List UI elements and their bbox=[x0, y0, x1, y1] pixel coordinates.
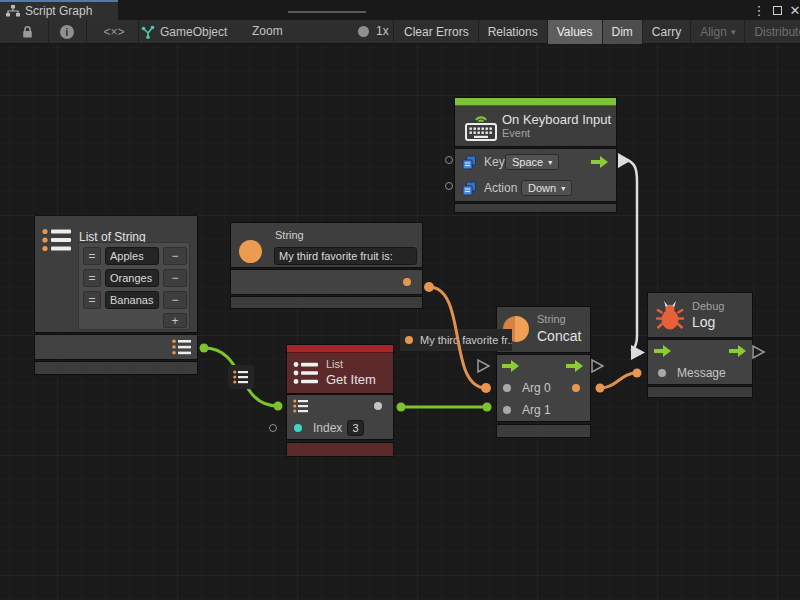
flow-input-port[interactable] bbox=[502, 360, 519, 372]
log-flow-out-triangle[interactable] bbox=[753, 346, 764, 358]
wire-endpoint[interactable] bbox=[596, 384, 605, 393]
index-label: Index bbox=[313, 421, 342, 435]
arg1-port-dot[interactable] bbox=[503, 406, 511, 414]
wire-endpoint[interactable] bbox=[274, 402, 283, 411]
message-port-dot[interactable] bbox=[658, 369, 666, 377]
string-value-input[interactable] bbox=[274, 247, 417, 265]
lock-button[interactable] bbox=[12, 20, 42, 44]
add-item-button[interactable]: + bbox=[163, 313, 187, 328]
remove-item-button[interactable]: − bbox=[163, 247, 187, 265]
dim-toggle[interactable]: Dim bbox=[603, 20, 643, 44]
string-output-port[interactable] bbox=[403, 278, 411, 286]
graph-toolbar: i <×> GameObject Zoom 1x Clear Errors Re… bbox=[0, 20, 800, 44]
wire-event-to-log-flow[interactable] bbox=[624, 159, 637, 351]
zoom-slider-handle[interactable] bbox=[358, 26, 369, 37]
relations-button[interactable]: Relations bbox=[479, 20, 548, 44]
node-title: String bbox=[275, 229, 304, 241]
get-item-index-port[interactable] bbox=[269, 424, 277, 432]
wire-endpoint[interactable] bbox=[397, 403, 406, 412]
list-item-input[interactable] bbox=[105, 269, 159, 287]
action-port-label: Action bbox=[484, 181, 517, 195]
arg0-port-dot[interactable] bbox=[503, 384, 511, 392]
flow-wire-end-arrow[interactable] bbox=[631, 345, 645, 360]
distribute-dropdown[interactable]: Distribute▾ bbox=[745, 20, 800, 44]
key-input-port[interactable] bbox=[445, 156, 453, 164]
remove-item-button[interactable]: − bbox=[163, 269, 187, 287]
list-item-input[interactable] bbox=[105, 291, 159, 309]
remove-item-button[interactable]: − bbox=[163, 291, 187, 309]
flow-output-port[interactable] bbox=[566, 360, 583, 372]
clear-errors-button[interactable]: Clear Errors bbox=[395, 20, 479, 44]
window-menu-button[interactable]: ⋮ bbox=[750, 1, 768, 19]
zoom-slider-track[interactable] bbox=[288, 11, 366, 13]
window-maximize-button[interactable] bbox=[768, 1, 786, 19]
chevron-down-icon: ▾ bbox=[548, 158, 552, 167]
wire-concat-to-log[interactable] bbox=[600, 373, 637, 388]
lock-icon bbox=[21, 25, 34, 39]
string-value-icon bbox=[405, 336, 413, 344]
event-node-accent-bar bbox=[455, 98, 616, 106]
code-view-button[interactable]: <×> bbox=[90, 20, 138, 44]
info-button[interactable]: i bbox=[52, 20, 82, 44]
error-footer bbox=[287, 443, 393, 456]
flow-output-port[interactable] bbox=[591, 156, 608, 168]
index-port-dot[interactable] bbox=[294, 424, 302, 432]
node-log[interactable]: Debug Log Message bbox=[648, 293, 752, 397]
align-dropdown[interactable]: Align▾ bbox=[691, 20, 745, 44]
values-toggle[interactable]: Values bbox=[548, 20, 603, 44]
wire-endpoint[interactable] bbox=[424, 282, 434, 292]
node-category: Debug bbox=[692, 300, 724, 312]
key-dropdown[interactable]: Space▾ bbox=[505, 154, 559, 170]
item-output-port[interactable] bbox=[374, 402, 382, 410]
list-editor: = − = − = − + bbox=[78, 242, 190, 330]
wire-endpoint[interactable] bbox=[200, 344, 209, 353]
chevron-down-icon: ▾ bbox=[561, 184, 565, 193]
node-get-item[interactable]: List Get Item Index bbox=[287, 345, 393, 456]
result-output-port[interactable] bbox=[572, 384, 580, 392]
window-close-button[interactable]: ✕ bbox=[786, 1, 800, 19]
maximize-icon bbox=[773, 6, 782, 15]
list-item-input[interactable] bbox=[105, 247, 159, 265]
node-string-literal[interactable]: String bbox=[231, 223, 422, 308]
toolbar-buttons: Clear Errors Relations Values Dim Carry … bbox=[395, 20, 800, 44]
debug-bug-icon bbox=[655, 299, 685, 331]
zoom-value: 1x bbox=[376, 24, 389, 38]
node-subtitle: Event bbox=[502, 127, 530, 139]
gameobject-label: GameObject bbox=[160, 25, 227, 39]
title-bar: Script Graph ⋮ ✕ bbox=[0, 0, 800, 20]
flow-input-port[interactable] bbox=[654, 345, 671, 357]
wire-value-tooltip: My third favorite fr... bbox=[400, 329, 512, 351]
index-value-input[interactable] bbox=[347, 420, 364, 436]
carry-button[interactable]: Carry bbox=[643, 20, 691, 44]
drag-handle[interactable]: = bbox=[83, 291, 101, 309]
node-title: Get Item bbox=[326, 372, 376, 387]
drag-handle[interactable]: = bbox=[83, 269, 101, 287]
wire-endpoint[interactable] bbox=[481, 383, 491, 393]
graph-target-selector[interactable]: GameObject bbox=[140, 20, 227, 44]
node-on-keyboard-input[interactable]: On Keyboard Input Event Key Space▾ bbox=[455, 98, 616, 212]
list-input-icon bbox=[293, 399, 309, 413]
drag-handle[interactable]: = bbox=[83, 247, 101, 265]
chevron-down-icon: ▾ bbox=[731, 27, 736, 37]
node-concat[interactable]: String Concat Arg 0 Arg 1 bbox=[497, 307, 590, 437]
script-graph-icon bbox=[140, 25, 155, 39]
tab-script-graph[interactable]: Script Graph bbox=[0, 0, 118, 20]
info-icon: i bbox=[60, 25, 74, 39]
action-dropdown[interactable]: Down▾ bbox=[521, 180, 572, 196]
action-input-port[interactable] bbox=[445, 182, 453, 190]
flow-wire-start-arrow[interactable] bbox=[618, 153, 631, 168]
wire-endpoint[interactable] bbox=[633, 369, 642, 378]
node-category: String bbox=[537, 313, 566, 325]
wire-endpoint[interactable] bbox=[483, 403, 492, 412]
list-icon bbox=[42, 228, 72, 252]
graph-canvas[interactable]: On Keyboard Input Event Key Space▾ bbox=[0, 44, 800, 600]
node-list-of-string[interactable]: List of String = − = − = − + bbox=[35, 216, 197, 374]
key-port-label: Key bbox=[484, 155, 505, 169]
zoom-label: Zoom bbox=[252, 24, 283, 38]
tab-title: Script Graph bbox=[25, 4, 92, 18]
concat-flow-in-triangle[interactable] bbox=[478, 360, 489, 372]
flow-output-port[interactable] bbox=[729, 345, 746, 357]
wire-type-badge bbox=[228, 365, 254, 389]
node-category: List bbox=[326, 358, 343, 370]
concat-flow-out-triangle[interactable] bbox=[592, 360, 603, 372]
